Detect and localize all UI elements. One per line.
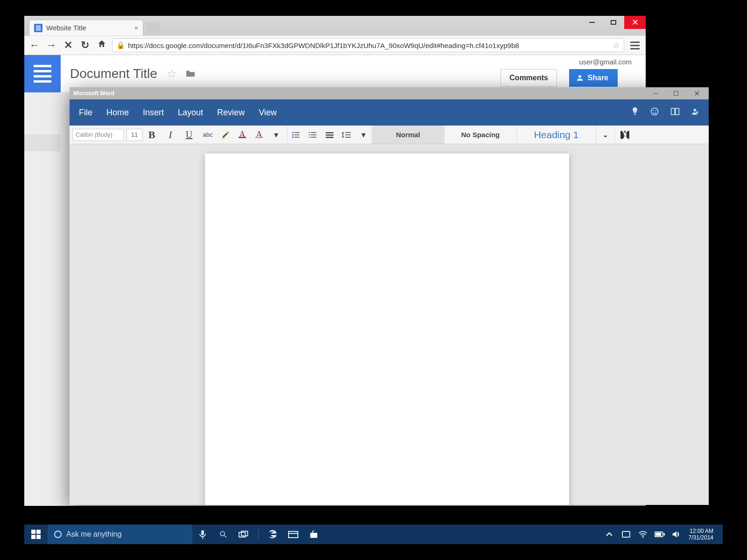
search-icon[interactable] <box>213 530 233 539</box>
file-explorer-icon[interactable] <box>283 530 303 539</box>
gdocs-logo-icon[interactable] <box>24 55 61 92</box>
chrome-window-controls: ✕ <box>581 16 646 29</box>
svg-point-1 <box>653 110 654 111</box>
font-size-select[interactable]: 11 <box>127 129 142 141</box>
svg-rect-21 <box>345 132 351 133</box>
ribbon-right-icons <box>631 107 700 119</box>
chrome-toolbar: ← → ✕ ↻ 🔒 https://docs.google.com/docume… <box>24 35 646 55</box>
svg-point-29 <box>220 532 225 536</box>
svg-rect-35 <box>622 532 630 537</box>
clear-format-button[interactable]: abc <box>198 131 217 138</box>
doc-folder-icon[interactable] <box>185 67 196 80</box>
taskbar-divider <box>254 529 262 540</box>
bookmark-star-icon[interactable]: ☆ <box>613 40 620 50</box>
svg-rect-31 <box>239 532 246 537</box>
outline-selected-row[interactable] <box>24 134 61 151</box>
browser-tab[interactable]: Website Title × <box>29 20 143 35</box>
back-button[interactable]: ← <box>28 39 41 51</box>
comments-label: Comments <box>509 74 548 82</box>
word-minimize-button[interactable] <box>645 87 666 99</box>
styles-dropdown-icon[interactable]: ⌄ <box>596 126 615 144</box>
align-button[interactable] <box>321 131 338 139</box>
word-maximize-button[interactable] <box>666 87 686 99</box>
svg-rect-15 <box>311 134 317 135</box>
volume-icon[interactable] <box>668 530 685 539</box>
taskbar-clock[interactable]: 12:00 AM 7/31/2014 <box>685 528 717 541</box>
task-view-icon[interactable] <box>233 531 254 538</box>
tray-up-icon[interactable] <box>601 532 618 537</box>
svg-rect-26 <box>31 535 35 539</box>
highlight-color-button[interactable] <box>217 130 234 140</box>
doc-star-icon[interactable]: ☆ <box>167 67 177 80</box>
taskbar-search[interactable]: Ask me anything <box>48 525 192 544</box>
style-normal[interactable]: Normal <box>372 126 444 144</box>
word-close-button[interactable]: ✕ <box>686 87 707 99</box>
reading-icon[interactable] <box>670 107 680 118</box>
lightbulb-icon[interactable] <box>631 107 639 119</box>
windows-taskbar: Ask me anything 12:00 AM 7/31/2014 <box>24 525 723 544</box>
tab-home[interactable]: Home <box>106 108 129 118</box>
stop-button[interactable]: ✕ <box>62 39 75 51</box>
svg-rect-11 <box>295 137 300 138</box>
line-spacing-button[interactable] <box>338 131 355 139</box>
numbering-button[interactable] <box>304 131 321 139</box>
share-person-icon[interactable] <box>691 107 700 119</box>
svg-point-10 <box>292 136 294 138</box>
tab-close-icon[interactable]: × <box>134 24 138 32</box>
document-page[interactable] <box>205 154 569 505</box>
svg-rect-33 <box>289 532 298 538</box>
svg-point-8 <box>292 134 294 135</box>
font-color-button[interactable]: A <box>234 129 251 140</box>
word-app-title: Microsoft Word <box>73 90 114 97</box>
svg-rect-22 <box>345 134 351 135</box>
style-no-spacing[interactable]: No Spacing <box>444 126 517 144</box>
reload-button[interactable]: ↻ <box>78 39 92 51</box>
search-placeholder: Ask me anything <box>66 530 121 539</box>
style-heading1[interactable]: Heading 1 <box>517 126 596 144</box>
tab-review[interactable]: Review <box>217 108 245 118</box>
user-email[interactable]: user@gmail.com <box>579 58 632 66</box>
font-dropdown-icon[interactable]: ▾ <box>268 130 284 140</box>
svg-rect-39 <box>655 533 661 536</box>
chrome-menu-button[interactable] <box>628 42 642 49</box>
font-name-select[interactable]: Calibri (Body) <box>72 129 124 141</box>
address-bar[interactable]: 🔒 https://docs.google.com/document/d/1I6… <box>112 38 624 52</box>
italic-button[interactable]: I <box>161 129 180 141</box>
word-titlebar[interactable]: Microsoft Word ✕ <box>70 87 709 99</box>
share-button[interactable]: Share <box>569 69 618 87</box>
tab-file[interactable]: File <box>79 108 92 118</box>
svg-rect-20 <box>326 137 334 138</box>
tablet-mode-icon[interactable] <box>618 531 634 538</box>
forward-button[interactable]: → <box>45 39 58 51</box>
cortana-circle-icon <box>54 531 62 538</box>
tab-insert[interactable]: Insert <box>143 108 164 118</box>
document-title[interactable]: Document Title <box>70 66 157 81</box>
cortana-mic-icon[interactable] <box>192 530 213 539</box>
svg-rect-9 <box>295 134 300 135</box>
svg-rect-19 <box>326 134 334 136</box>
tab-layout[interactable]: Layout <box>178 108 203 118</box>
paragraph-dropdown-icon[interactable]: ▾ <box>355 130 372 140</box>
chrome-close-button[interactable]: ✕ <box>624 16 646 29</box>
chrome-minimize-button[interactable] <box>581 16 603 29</box>
new-tab-button[interactable] <box>144 22 162 33</box>
bullets-button[interactable] <box>288 131 304 139</box>
chrome-maximize-button[interactable] <box>603 16 624 29</box>
svg-point-2 <box>655 110 656 111</box>
find-button[interactable] <box>615 126 637 144</box>
store-icon[interactable] <box>303 530 324 539</box>
bold-button[interactable]: B <box>142 129 161 141</box>
tab-view[interactable]: View <box>259 108 277 118</box>
start-button[interactable] <box>24 530 48 539</box>
battery-icon[interactable] <box>651 532 668 537</box>
word-canvas[interactable] <box>70 144 709 505</box>
underline-button[interactable]: U <box>180 129 198 140</box>
wifi-icon[interactable] <box>634 531 651 538</box>
ribbon-tabs: File Home Insert Layout Review View <box>79 108 277 118</box>
svg-line-30 <box>224 535 226 538</box>
smiley-icon[interactable] <box>650 107 659 119</box>
home-button[interactable] <box>95 39 108 51</box>
comments-button[interactable]: Comments <box>500 69 557 87</box>
ie-icon[interactable] <box>262 529 283 539</box>
font-color2-button[interactable]: A <box>251 129 268 140</box>
